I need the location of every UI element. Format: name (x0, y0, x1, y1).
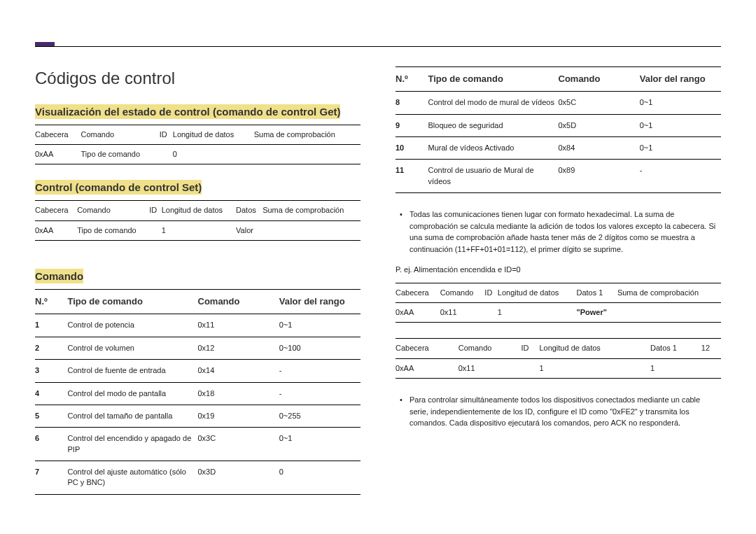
td: 8 (396, 92, 428, 114)
table-row: 4Control del modo de pantalla0x18- (35, 382, 360, 405)
td: 4 (35, 382, 68, 405)
table-get: Cabecera Comando ID Longitud de datos Su… (35, 125, 360, 165)
th: Comando (77, 201, 149, 220)
td: 0xAA (396, 302, 440, 322)
td: 1 (35, 314, 68, 337)
table-row: 2Control de volumen0x120~100 (35, 337, 360, 359)
td: Control de usuario de Mural de vídeos (428, 160, 559, 193)
th: Valor del rango (640, 67, 721, 92)
td: 0~1 (640, 92, 721, 114)
td: 0x84 (559, 136, 640, 159)
th: Cabecera (396, 283, 440, 302)
th: ID (149, 201, 161, 220)
td: 0x3C (198, 428, 279, 461)
td: 0x5D (559, 114, 640, 136)
th: N.º (35, 290, 68, 314)
th: Comando (458, 339, 522, 358)
table-row: 1Control de potencia0x110~1 (35, 314, 360, 337)
td (617, 302, 721, 322)
td: 0x89 (559, 160, 640, 193)
th: Datos 1 (576, 283, 617, 302)
td: 10 (396, 136, 428, 159)
td: 11 (396, 160, 428, 193)
table-row: 8Control del modo de mural de vídeos0x5C… (396, 92, 721, 114)
td: 0x11 (198, 314, 279, 337)
right-column: N.º Tipo de comando Comando Valor del ra… (396, 66, 721, 510)
th: Comando (81, 125, 160, 144)
td: 0 (173, 144, 254, 164)
td: Mural de vídeos Activado (428, 136, 559, 159)
td: Valor (236, 220, 262, 240)
td: 0x11 (440, 302, 485, 322)
th: Comando (559, 67, 640, 92)
td: 0x11 (458, 358, 522, 378)
td: 0~255 (279, 405, 360, 427)
th: Suma de comprobación (617, 283, 721, 302)
section-get-title: Visualización del estado de control (com… (35, 104, 340, 119)
td: - (279, 360, 360, 382)
td: Control del tamaño de pantalla (68, 405, 198, 427)
td: 0xAA (35, 144, 81, 164)
table-commands-right: N.º Tipo de comando Comando Valor del ra… (396, 66, 721, 193)
td: 0~1 (279, 314, 360, 337)
td: 3 (35, 360, 68, 382)
td: Control de potencia (68, 314, 198, 337)
td: 6 (35, 428, 68, 461)
left-column: Códigos de control Visualización del est… (35, 66, 360, 510)
td: Tipo de comando (77, 220, 149, 240)
td (701, 358, 721, 378)
td: - (640, 160, 721, 193)
td: 0~1 (279, 428, 360, 461)
table-row: 6Control del encendido y apagado de PIP0… (35, 428, 360, 461)
td: 0~1 (640, 136, 721, 159)
th: Datos (236, 201, 262, 220)
td: 1 (650, 358, 701, 378)
th: Cabecera (35, 201, 77, 220)
th: Datos 1 (650, 339, 701, 358)
td: 0x18 (198, 382, 279, 405)
td: Control del ajuste automático (sólo PC y… (68, 461, 198, 495)
bullet-1: Todas las comunicaciones tienen lugar co… (396, 209, 721, 255)
td: 5 (35, 405, 68, 427)
th: Longitud de datos (162, 201, 236, 220)
table-set: Cabecera Comando ID Longitud de datos Da… (35, 200, 360, 241)
th: Comando (440, 283, 485, 302)
th: Tipo de comando (68, 290, 198, 314)
td: 1 (162, 220, 236, 240)
example-table-1: Cabecera Comando ID Longitud de datos Da… (396, 283, 721, 323)
th: Longitud de datos (173, 125, 254, 144)
th: N.º (396, 67, 428, 92)
td: 0~100 (279, 337, 360, 359)
td (262, 220, 360, 240)
td: 0 (279, 461, 360, 495)
th: ID (484, 283, 497, 302)
table-row: 10Mural de vídeos Activado0x840~1 (396, 136, 721, 159)
td (160, 144, 173, 164)
section-set-title: Control (comando de control Set) (35, 180, 202, 195)
td: - (279, 382, 360, 405)
th: Longitud de datos (539, 339, 650, 358)
th: Suma de comprobación (254, 125, 360, 144)
table-commands-left: N.º Tipo de comando Comando Valor del ra… (35, 289, 360, 495)
th: Valor del rango (279, 290, 360, 314)
td (484, 302, 497, 322)
example-label: P. ej. Alimentación encendida e ID=0 (396, 265, 721, 275)
th: 12 (701, 339, 721, 358)
th: Comando (198, 290, 279, 314)
table-row: 7Control del ajuste automático (sólo PC … (35, 461, 360, 495)
td: 9 (396, 114, 428, 136)
example-table-2: Cabecera Comando ID Longitud de datos Da… (396, 338, 721, 379)
td: 0x3D (198, 461, 279, 495)
td: 1 (539, 358, 650, 378)
td (254, 144, 360, 164)
td: 0xAA (35, 220, 77, 240)
td: 2 (35, 337, 68, 359)
td: 0x19 (198, 405, 279, 427)
th: Cabecera (35, 125, 81, 144)
table-row: 3Control de fuente de entrada0x14- (35, 360, 360, 382)
td: 0x5C (559, 92, 640, 114)
th: ID (160, 125, 173, 144)
td: 7 (35, 461, 68, 495)
td: 0xAA (396, 358, 458, 378)
td: 1 (498, 302, 577, 322)
